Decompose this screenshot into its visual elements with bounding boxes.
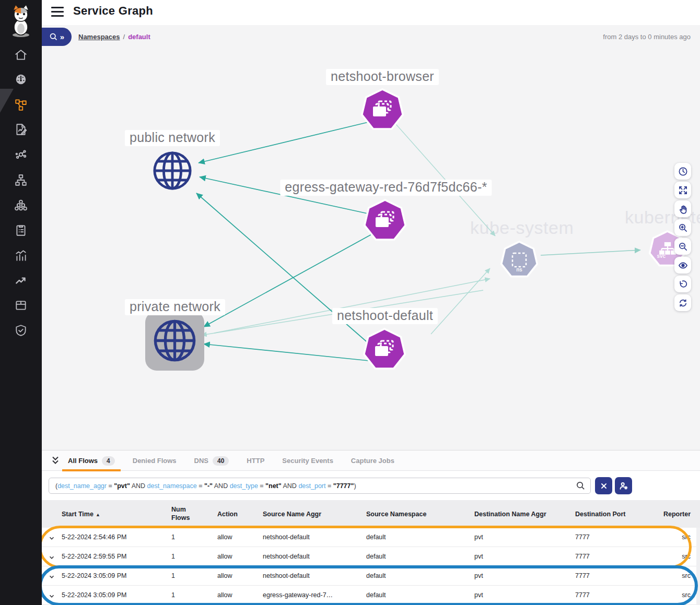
- col-action[interactable]: Action: [217, 511, 263, 518]
- sidebar-item-statistics[interactable]: [14, 248, 28, 262]
- breadcrumb-current: default: [128, 33, 150, 41]
- sidebar-item-clusters[interactable]: [14, 198, 28, 212]
- flows-panel: All Flows4 Denied Flows DNS40 HTTP Secur…: [42, 450, 700, 605]
- tab-security-events[interactable]: Security Events: [282, 450, 333, 471]
- sort-asc-icon: ▲: [96, 512, 100, 517]
- node-label-egress-gateway: egress-gateway-red-76d7f5dc66-*: [280, 180, 492, 196]
- col-source-name-aggr[interactable]: Source Name Aggr: [263, 511, 366, 518]
- node-label-public-network: public network: [125, 130, 220, 146]
- tab-http[interactable]: HTTP: [247, 450, 264, 471]
- calico-cat-logo[interactable]: [7, 4, 35, 38]
- sidebar-item-dashboard[interactable]: [14, 73, 28, 86]
- zoom-out-icon: [678, 242, 688, 252]
- expand-chevrons-icon: »: [60, 33, 64, 41]
- app-header: Service Graph: [42, 0, 700, 25]
- chevron-down-icon[interactable]: [48, 535, 55, 542]
- filter-search-icon[interactable]: [576, 481, 586, 491]
- sidebar-item-topology[interactable]: [14, 173, 28, 187]
- sidebar: [0, 0, 42, 605]
- sidebar-wedge-decoration: [0, 89, 14, 113]
- graph-zoom-out-button[interactable]: [674, 238, 691, 255]
- node-label-private-network: private network: [125, 299, 225, 315]
- graph-expand-button[interactable]: [674, 182, 691, 198]
- sidebar-item-trends[interactable]: [14, 274, 28, 287]
- sidebar-item-security[interactable]: [14, 324, 28, 337]
- pods-icon: [371, 100, 393, 120]
- sidebar-item-service-graph[interactable]: [14, 98, 28, 111]
- node-netshoot-browser[interactable]: [360, 88, 404, 132]
- dns-count-badge: 40: [213, 456, 229, 466]
- graph-visibility-button[interactable]: [674, 257, 691, 274]
- eye-icon: [678, 260, 688, 270]
- globe-icon: [153, 318, 197, 363]
- node-netshoot-default[interactable]: [363, 328, 406, 372]
- namespace-icon: [511, 252, 527, 268]
- node-egress-gateway[interactable]: [363, 199, 407, 243]
- node-label-netshoot-default: netshoot-default: [332, 308, 438, 324]
- breadcrumb-namespaces-link[interactable]: Namespaces: [78, 33, 120, 41]
- expand-icon: [678, 185, 688, 195]
- col-reporter[interactable]: Reporter: [660, 511, 700, 518]
- node-kube-system[interactable]: ns: [500, 241, 539, 279]
- sidebar-item-compliance[interactable]: [14, 223, 28, 237]
- tab-capture-jobs[interactable]: Capture Jobs: [351, 450, 394, 471]
- pods-icon: [374, 340, 395, 360]
- graph-undo-button[interactable]: [674, 276, 691, 292]
- table-header: Start Time▲ Num Flows Action Source Name…: [42, 500, 700, 528]
- table-row[interactable]: 5-22-2024 3:05:09 PM1allownetshoot-defau…: [42, 566, 700, 586]
- panel-tabs: All Flows4 Denied Flows DNS40 HTTP Secur…: [42, 450, 700, 471]
- undo-icon: [678, 279, 688, 289]
- graph-zoom-in-button[interactable]: [674, 219, 691, 236]
- graph-search-button[interactable]: »: [42, 28, 72, 46]
- sidebar-item-policies[interactable]: [14, 123, 28, 136]
- col-destination-name-aggr[interactable]: Destination Name Aggr: [474, 511, 575, 518]
- col-destination-port[interactable]: Destination Port: [575, 511, 660, 518]
- col-start-time[interactable]: Start Time▲: [62, 511, 171, 518]
- tab-dns[interactable]: DNS40: [194, 450, 229, 471]
- chevron-down-icon[interactable]: [48, 573, 55, 580]
- zoom-in-icon: [678, 223, 688, 233]
- service-graph-canvas: » Namespaces/default from 2 days to 0 mi…: [42, 25, 700, 450]
- clock-icon: [678, 167, 688, 176]
- hand-icon: [678, 204, 688, 214]
- tab-all-flows[interactable]: All Flows4: [68, 450, 115, 471]
- col-num-flows[interactable]: Num Flows: [171, 506, 217, 522]
- clear-filter-button[interactable]: [595, 477, 612, 494]
- node-label-netshoot-browser: netshoot-browser: [326, 69, 439, 85]
- chevron-down-icon[interactable]: [48, 592, 55, 600]
- filter-bar: (dest_name_aggr = "pvt" AND dest_namespa…: [42, 471, 700, 500]
- graph-refresh-button[interactable]: [674, 294, 691, 311]
- user-gear-icon: [619, 481, 628, 491]
- table-scrollbar[interactable]: [696, 528, 700, 605]
- node-private-network[interactable]: [153, 318, 197, 365]
- col-source-namespace[interactable]: Source Namespace: [366, 511, 474, 518]
- table-row[interactable]: 5-22-2024 2:54:46 PM1allownetshoot-defau…: [42, 528, 700, 547]
- namespace-badge: ns: [516, 267, 522, 272]
- close-icon: [599, 481, 609, 491]
- sidebar-item-packages[interactable]: [14, 299, 28, 312]
- pods-icon: [374, 211, 396, 231]
- flows-table-body: 5-22-2024 2:54:46 PM1allownetshoot-defau…: [42, 528, 700, 605]
- hamburger-menu-icon[interactable]: [51, 7, 64, 17]
- graph-time-button[interactable]: [674, 163, 691, 180]
- refresh-icon: [678, 298, 688, 308]
- service-badge: svc: [657, 253, 666, 259]
- breadcrumb: Namespaces/default: [78, 33, 150, 41]
- tab-denied-flows[interactable]: Denied Flows: [133, 450, 177, 471]
- sidebar-item-home[interactable]: [14, 48, 28, 62]
- collapse-panel-icon[interactable]: [50, 455, 61, 466]
- globe-icon: [152, 150, 193, 191]
- sidebar-item-network-sets[interactable]: [14, 148, 28, 161]
- filter-settings-button[interactable]: [615, 477, 632, 494]
- graph-pan-button[interactable]: [674, 200, 691, 217]
- search-icon: [49, 32, 58, 41]
- time-range-label: from 2 days to 0 minutes ago: [603, 33, 691, 41]
- chevron-down-icon[interactable]: [48, 554, 55, 561]
- filter-query-input[interactable]: (dest_name_aggr = "pvt" AND dest_namespa…: [49, 478, 591, 494]
- page-title: Service Graph: [73, 4, 153, 18]
- table-row[interactable]: 5-22-2024 2:59:55 PM1allownetshoot-defau…: [42, 547, 700, 566]
- table-row[interactable]: 5-22-2024 3:05:09 PM1allowegress-gateway…: [42, 586, 700, 605]
- all-flows-count-badge: 4: [102, 456, 115, 466]
- node-public-network[interactable]: [152, 150, 193, 193]
